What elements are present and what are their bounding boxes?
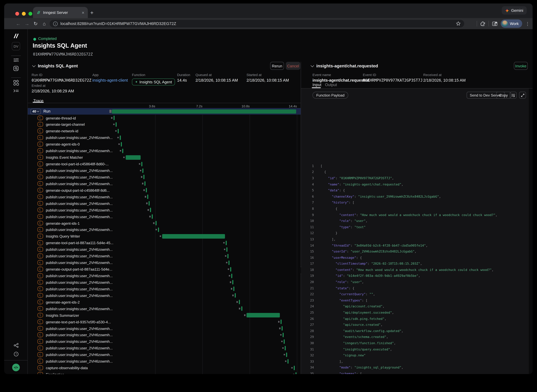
env-badge[interactable]: DV [12,42,20,50]
chevron-down-icon[interactable] [32,64,36,67]
word-wrap-button[interactable] [510,92,517,99]
event-card-header[interactable]: insights-agent/chat.requested [311,62,378,70]
duration-bar[interactable] [287,359,288,364]
duration-bar[interactable] [142,168,144,173]
trace-row[interactable]: >_publish:user:insights:user_2VH6zowmh..… [28,279,301,286]
bookmark-star-icon[interactable] [456,21,461,26]
trace-run-row[interactable]: 40 Run [28,108,301,115]
trace-row[interactable]: >_publish:user:insights:user_2VH6zowmh..… [28,148,301,154]
trace-row[interactable]: >_generate-output-part-id-c458648f-8d6..… [28,187,301,194]
duration-bar[interactable] [150,208,151,212]
duration-bar[interactable] [230,267,231,271]
duration-bar[interactable] [239,300,240,304]
back-icon[interactable]: ← [14,21,23,26]
trace-row[interactable]: >_publish:user:insights:user_2VH6zowmh..… [28,200,301,207]
tab-input[interactable]: Input [312,83,321,87]
close-window-icon[interactable] [15,12,19,16]
sidebar-item-runs[interactable] [4,57,28,63]
new-tab-button[interactable]: + [90,10,93,16]
duration-bar[interactable] [114,116,115,120]
invoke-button[interactable]: Invoke [514,62,528,70]
duration-bar[interactable] [227,254,228,258]
run-count-chip[interactable]: 40 [31,109,41,114]
duration-bar[interactable] [122,149,123,153]
duration-bar[interactable] [285,346,286,350]
duration-bar[interactable] [147,195,148,199]
duration-bar[interactable] [226,247,227,252]
duration-bar[interactable] [283,333,284,337]
run-duration-bar[interactable] [112,109,296,113]
trace-row[interactable]: >_generate-network-id [28,128,301,134]
trace-row[interactable]: >_publish:user:insights:user_2VH6zowmh..… [28,305,301,312]
sidebar-item-insights[interactable] [4,66,28,71]
trace-row[interactable]: >_publish:user:insights:user_2VH6zowmh..… [28,213,301,220]
trace-row[interactable]: >_publish:user:insights:user_2VH6zowmh..… [28,332,301,338]
function-payload-button[interactable]: Function Payload [312,92,348,99]
trace-row[interactable]: >_publish:user:insights:user_2VH6zowmh..… [28,358,301,364]
tab-trace[interactable]: Trace [33,97,301,103]
trace-row[interactable]: >_publish:user:insights:user_2VH6zowmh..… [28,194,301,200]
duration-bar[interactable] [118,129,119,133]
trace-row[interactable]: >_generate-output-part-id-887aa111-5d4e.… [28,266,301,272]
duration-bar[interactable] [162,234,225,239]
duration-bar[interactable] [241,306,242,311]
duration-bar[interactable] [235,293,236,298]
trace-row[interactable]: >_publish:user:insights:user_2VH6zowmh..… [28,351,301,358]
gemini-button[interactable]: Gemini [502,6,527,14]
duration-bar[interactable] [233,287,234,291]
site-info-icon[interactable]: i [53,21,58,26]
trace-row[interactable]: >_publish:user:insights:user_2VH6zowmh..… [28,180,301,187]
duration-bar[interactable] [121,142,122,146]
address-bar[interactable]: i localhost:8288/run?runID=01KHRMPW77GVM… [50,20,464,28]
duration-bar[interactable] [228,260,230,265]
duration-bar[interactable] [296,372,296,374]
forward-icon[interactable]: → [23,21,31,26]
duration-bar[interactable] [141,162,142,166]
expand-button[interactable] [519,92,526,99]
duration-bar[interactable] [116,122,117,127]
sidebar-item-apps[interactable] [4,80,28,86]
trace-row[interactable]: >_publish:user:insights:user_2VH6zowmh..… [28,272,301,279]
cancel-button[interactable]: Cancel [286,62,300,70]
field-value[interactable]: insights-agent-client [92,78,128,82]
extensions-icon[interactable] [480,21,485,26]
duration-bar[interactable] [246,313,280,317]
payload-json[interactable]: 1[2 {3 "id": "01KHRMPVZP0V977KAT2GP3ST7J… [301,163,529,374]
duration-bar[interactable] [284,339,285,344]
duration-bar[interactable] [156,221,157,225]
trace-row[interactable]: >_publish:user:insights:user_2VH6zowmh..… [28,174,301,180]
trace-row[interactable]: >_publish:user:insights:user_2VH6zowmh..… [28,167,301,174]
trace-row[interactable]: >_publish:user:insights:user_2VH6zowmh..… [28,226,301,233]
maximize-window-icon[interactable] [28,12,32,16]
duration-bar[interactable] [232,280,233,285]
reload-icon[interactable]: ↻ [31,21,40,26]
trace-row[interactable]: >_publish:user:insights:user_2VH6zowmh..… [28,325,301,332]
duration-bar[interactable] [144,182,145,186]
search-tabs-icon[interactable] [492,21,497,26]
trace-row[interactable]: >_publish:user:insights:user_2VH6zowmh..… [28,259,301,266]
trace-row[interactable]: >_publish:user:insights:user_2VH6zowmh..… [28,246,301,253]
help-icon[interactable]: ? [4,351,28,357]
trace-row[interactable]: >_publish:user:insights:user_2VH6zowmh..… [28,338,301,345]
tab-close-icon[interactable]: × [82,10,84,15]
trace-row[interactable]: >_publish:user:insights:user_2VH6zowmh..… [28,345,301,351]
duration-bar[interactable] [126,155,141,160]
duration-bar[interactable] [120,135,121,140]
trace-row[interactable]: >_generate-agent-ids-1 [28,220,301,226]
duration-bar[interactable] [146,188,147,192]
trace-row[interactable]: >_generate-target-channel [28,121,301,128]
duration-bar[interactable] [152,214,153,219]
chevron-down-icon[interactable] [311,64,314,67]
duration-bar[interactable] [281,320,282,324]
browser-menu-icon[interactable]: ⋮ [525,21,530,26]
url-text[interactable]: localhost:8288/run?runID=01KHRMPW77GVMAJ… [60,22,453,26]
copy-button[interactable]: Copy [496,92,511,99]
duration-bar[interactable] [231,274,232,278]
trace-row[interactable]: >_capture-observability-data [28,364,301,371]
minimize-window-icon[interactable] [22,12,26,16]
rerun-button[interactable]: Rerun [270,62,284,70]
trace-row[interactable]: >_generate-thread-id [28,115,301,121]
duration-bar[interactable] [144,175,144,179]
browser-tab[interactable]: Inngest Server × [33,7,88,18]
inngest-logo-icon[interactable] [4,33,28,40]
